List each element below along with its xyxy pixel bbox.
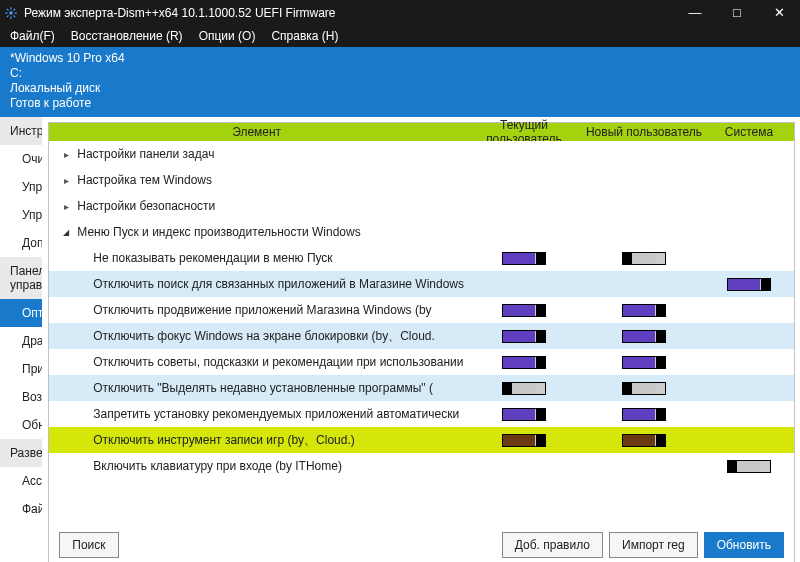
sidebar-item[interactable]: Ассоциации файлов — [0, 467, 42, 495]
toggle-switch[interactable] — [622, 304, 666, 317]
toggle-switch[interactable] — [622, 434, 666, 447]
group-label: Настройки панели задач — [73, 147, 794, 161]
cell-new-user — [584, 408, 704, 421]
close-button[interactable]: ✕ — [758, 0, 800, 25]
setting-row[interactable]: Запретить установку рекомендуемых прилож… — [49, 401, 794, 427]
menu-options[interactable]: Опции (O) — [191, 25, 264, 47]
sidebar-item[interactable]: Драйверы — [0, 327, 42, 355]
menu-help[interactable]: Справка (H) — [263, 25, 346, 47]
column-header: Элемент Текущий пользователь Новый польз… — [49, 123, 794, 141]
toggle-switch[interactable] — [502, 304, 546, 317]
add-rule-button[interactable]: Доб. правило — [502, 532, 603, 558]
group-label: Настройка тем Windows — [73, 173, 794, 187]
toggle-switch[interactable] — [502, 382, 546, 395]
import-reg-button[interactable]: Импорт reg — [609, 532, 698, 558]
svg-line-5 — [7, 8, 9, 10]
group-label: Меню Пуск и индекс производительности Wi… — [73, 225, 794, 239]
menu-file[interactable]: Файл(F) — [2, 25, 63, 47]
expand-icon — [59, 201, 73, 212]
info-status: Готов к работе — [10, 96, 790, 111]
toggle-switch[interactable] — [622, 382, 666, 395]
titlebar: Режим эксперта-Dism++x64 10.1.1000.52 UE… — [0, 0, 800, 25]
setting-row[interactable]: Отключить продвижение приложений Магазин… — [49, 297, 794, 323]
toggle-switch[interactable] — [622, 252, 666, 265]
maximize-button[interactable]: □ — [716, 0, 758, 25]
expand-icon — [59, 175, 73, 186]
sidebar-item[interactable]: Возможности — [0, 383, 42, 411]
sidebar-item[interactable]: Приложения и возможности — [0, 355, 42, 383]
setting-label: Запретить установку рекомендуемых прилож… — [93, 407, 464, 421]
setting-row[interactable]: Отключить инструмент записи игр (by、Clou… — [49, 427, 794, 453]
cell-new-user — [584, 356, 704, 369]
cell-current-user — [464, 252, 584, 265]
info-os: *Windows 10 Pro x64 — [10, 51, 790, 66]
setting-row[interactable]: Отключить фокус Windows на экране блокир… — [49, 323, 794, 349]
sidebar-item[interactable]: Дополнительно — [0, 229, 42, 257]
toggle-switch[interactable] — [622, 330, 666, 343]
toggle-switch[interactable] — [502, 434, 546, 447]
settings-tree[interactable]: Настройки панели задачНастройка тем Wind… — [49, 141, 794, 524]
refresh-button[interactable]: Обновить — [704, 532, 784, 558]
cell-new-user — [584, 382, 704, 395]
sidebar-item[interactable]: Обновления — [0, 411, 42, 439]
col-element: Элемент — [49, 125, 464, 139]
toggle-switch[interactable] — [622, 408, 666, 421]
expand-icon — [59, 149, 73, 160]
minimize-button[interactable]: — — [674, 0, 716, 25]
search-button[interactable]: Поиск — [59, 532, 118, 558]
cell-current-user — [464, 408, 584, 421]
cell-current-user — [464, 356, 584, 369]
setting-label: Не показывать рекомендации в меню Пуск — [93, 251, 464, 265]
image-info-banner[interactable]: *Windows 10 Pro x64 C: Локальный диск Го… — [0, 47, 800, 117]
cell-current-user — [464, 330, 584, 343]
setting-row[interactable]: Отключить поиск для связанных приложений… — [49, 271, 794, 297]
expand-icon — [59, 228, 73, 237]
setting-label: Включить клавиатуру при входе (by ITHome… — [93, 459, 464, 473]
setting-label: Отключить продвижение приложений Магазин… — [93, 303, 464, 317]
group-row[interactable]: Настройки панели задач — [49, 141, 794, 167]
group-row[interactable]: Настройка тем Windows — [49, 167, 794, 193]
sidebar-category: Инструменты — [0, 117, 42, 145]
toggle-switch[interactable] — [502, 330, 546, 343]
setting-row[interactable]: Отключить советы, подсказки и рекомендац… — [49, 349, 794, 375]
toggle-switch[interactable] — [727, 460, 771, 473]
setting-label: Отключить "Выделять недавно установленны… — [93, 381, 464, 395]
setting-label: Отключить фокус Windows на экране блокир… — [93, 328, 464, 345]
group-row[interactable]: Настройки безопасности — [49, 193, 794, 219]
menu-restore[interactable]: Восстановление (R) — [63, 25, 191, 47]
sidebar: ИнструментыОчисткаУправление загрузкойУп… — [0, 117, 43, 562]
app-icon — [0, 6, 22, 20]
sidebar-item[interactable]: Файл ответов — [0, 495, 42, 523]
group-row[interactable]: Меню Пуск и индекс производительности Wi… — [49, 219, 794, 245]
cell-new-user — [584, 434, 704, 447]
col-new-user: Новый пользователь — [584, 125, 704, 139]
setting-row[interactable]: Включить клавиатуру при входе (by ITHome… — [49, 453, 794, 479]
info-disk: Локальный диск — [10, 81, 790, 96]
cell-new-user — [584, 330, 704, 343]
info-drive: C: — [10, 66, 790, 81]
setting-row[interactable]: Отключить "Выделять недавно установленны… — [49, 375, 794, 401]
main-panel: Элемент Текущий пользователь Новый польз… — [48, 122, 795, 562]
menubar: Файл(F) Восстановление (R) Опции (O) Спр… — [0, 25, 800, 47]
toggle-switch[interactable] — [622, 356, 666, 369]
footer-bar: Поиск Доб. правило Импорт reg Обновить — [49, 524, 794, 562]
sidebar-category: Панель управления — [0, 257, 42, 299]
sidebar-item[interactable]: Оптимизация — [0, 299, 42, 327]
sidebar-item[interactable]: Управление Appx — [0, 201, 42, 229]
sidebar-item[interactable]: Управление загрузкой — [0, 173, 42, 201]
cell-current-user — [464, 382, 584, 395]
setting-row[interactable]: Не показывать рекомендации в меню Пуск — [49, 245, 794, 271]
svg-line-7 — [7, 15, 9, 17]
toggle-switch[interactable] — [502, 252, 546, 265]
sidebar-category: Развертывание — [0, 439, 42, 467]
toggle-switch[interactable] — [502, 408, 546, 421]
col-system: Система — [704, 125, 794, 139]
svg-point-0 — [9, 11, 13, 15]
sidebar-item[interactable]: Очистка — [0, 145, 42, 173]
toggle-switch[interactable] — [727, 278, 771, 291]
cell-system — [704, 278, 794, 291]
svg-line-8 — [13, 8, 15, 10]
cell-system — [704, 460, 794, 473]
toggle-switch[interactable] — [502, 356, 546, 369]
cell-current-user — [464, 434, 584, 447]
